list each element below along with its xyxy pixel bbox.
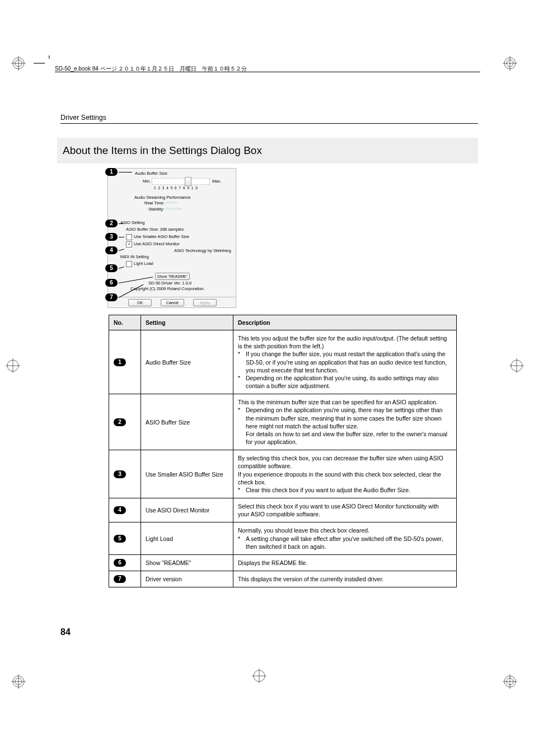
page-number: 84 [60,627,71,637]
row-no-cell: 1 [109,330,141,394]
settings-dialog: Audio Buffer Size Min. Max. 12345678910 … [107,168,236,308]
row-description-cell: This is the minimum buffer size that can… [233,394,457,450]
row-description-cell: This lets you adjust the buffer size for… [233,330,457,394]
stability-val: ○○○○○○○ [166,207,182,211]
reg-mark-icon [11,56,26,71]
min-label: Min. [143,179,151,184]
callout-badge: 3 [105,233,118,241]
row-no-cell: 3 [109,450,141,498]
th-no: No. [109,315,141,330]
reg-mark-icon [6,358,20,373]
reg-mark-icon [503,674,517,689]
asterisk-icon: * [238,486,246,494]
desc-bullet-text: Clear this check box if you want to adju… [246,486,410,494]
reg-mark-icon [509,358,524,373]
callout-line [119,223,124,224]
callout-badge: 5 [105,264,118,272]
realtime-label: Real Time: [144,200,165,206]
row-badge: 1 [114,358,126,366]
light-load-checkbox[interactable] [126,261,132,267]
desc-text: This lets you adjust the buffer size for… [238,334,452,350]
row-description-cell: This displays the version of the current… [233,571,457,587]
th-setting: Setting [141,315,233,330]
row-no-cell: 4 [109,498,141,522]
table-row: 1Audio Buffer SizeThis lets you adjust t… [109,330,457,394]
show-readme-button[interactable]: Show "README" [155,273,190,280]
use-smaller-asio-checkbox[interactable] [126,234,132,240]
asterisk-icon: * [238,374,246,382]
copyright-text: Copyright (C) 2009 Roland Corporation. [130,286,205,291]
settings-table: No. Setting Description 1Audio Buffer Si… [109,315,457,587]
driver-version-text: SD-50 Driver Ver. 1.0.0 [148,281,191,286]
asio-setting-label: ASIO Setting [120,220,144,225]
callout-badge: 2 [105,220,118,227]
header-rule [55,72,480,72]
row-no-cell: 5 [109,522,141,555]
section-title: About the Items in the Settings Dialog B… [63,144,262,156]
row-setting-cell: Show "README" [141,554,233,571]
asterisk-icon: * [238,535,246,543]
row-description-cell: By selecting this check box, you can dec… [233,450,457,498]
desc-bullet-text: A setting change will take effect after … [246,535,452,550]
buffer-size-slider[interactable] [152,178,210,185]
desc-bullet: *If you change the buffer size, you must… [238,350,452,374]
reg-mark-icon [11,674,26,689]
desc-bullet: *Depending on the application that you'r… [238,374,452,390]
row-badge: 4 [114,506,126,514]
desc-bullet-text: Depending on the application that you're… [246,374,452,390]
desc-text: This is the minimum buffer size that can… [238,398,452,406]
desc-text: This displays the version of the current… [238,575,452,583]
stability-label: Stability: [148,207,164,212]
running-head: Driver Settings [60,114,106,122]
row-no-cell: 2 [109,394,141,450]
th-description: Description [233,315,457,330]
crop-mark-icon [34,55,56,79]
callout-badge: 7 [105,293,118,301]
apply-button[interactable]: Apply [193,299,217,306]
asio-buffer-size-text: ASIO Buffer Size: 288 samples [126,227,184,232]
row-setting-cell: Use Smaller ASIO Buffer Size [141,450,233,498]
max-label: Max. [212,179,221,184]
desc-text: Normally, you should leave this check bo… [238,526,452,534]
asterisk-icon: * [238,406,246,414]
row-setting-cell: ASIO Buffer Size [141,394,233,450]
desc-bullet: *Clear this check box if you want to adj… [238,486,452,494]
row-no-cell: 7 [109,571,141,587]
desc-bullet: *A setting change will take effect after… [238,535,452,550]
row-badge: 5 [114,535,126,543]
row-description-cell: Displays the README file. [233,554,457,571]
row-description-cell: Normally, you should leave this check bo… [233,522,457,555]
reg-mark-icon [503,56,517,71]
use-asio-direct-monitor-checkbox[interactable]: ✓ [126,241,132,248]
callout-badge: 1 [105,168,118,176]
callout-line [119,237,124,237]
asio-tech-label: ASIO Technology by Steinberg [174,248,231,253]
reg-mark-icon [252,669,266,683]
desc-text: Displays the README file. [238,559,452,567]
table-row: 7Driver versionThis displays the version… [109,571,457,587]
table-row: 2ASIO Buffer SizeThis is the minimum buf… [109,394,457,450]
light-load-label: Light Load [134,261,153,266]
row-description-cell: Select this check box if you want to use… [233,498,457,522]
desc-bullet: *Depending on the application you're usi… [238,406,452,446]
aspe-label: Audio Streaming Performance [134,195,190,200]
row-setting-cell: Driver version [141,571,233,587]
table-header-row: No. Setting Description [109,315,457,330]
table-row: 5Light LoadNormally, you should leave th… [109,522,457,555]
running-head-rule [60,123,478,124]
section-title-box: About the Items in the Settings Dialog B… [57,138,478,164]
table-row: 3Use Smaller ASIO Buffer SizeBy selectin… [109,450,457,498]
use-smaller-asio-label: Use Smaller ASIO Buffer Size [134,234,189,239]
row-setting-cell: Light Load [141,522,233,555]
ok-button[interactable]: OK [128,299,152,306]
callout-badge: 4 [105,246,118,254]
callout-line [119,172,132,172]
row-no-cell: 6 [109,554,141,571]
slider-thumb-icon[interactable] [185,177,191,186]
use-asio-direct-monitor-label: Use ASIO Direct Monitor [134,241,180,246]
row-badge: 3 [114,470,126,478]
desc-bullet-text: If you change the buffer size, you must … [246,350,452,374]
cancel-button[interactable]: Cancel [161,299,184,306]
desc-text: Select this check box if you want to use… [238,502,452,518]
audio-buffer-size-label: Audio Buffer Size [135,171,167,176]
